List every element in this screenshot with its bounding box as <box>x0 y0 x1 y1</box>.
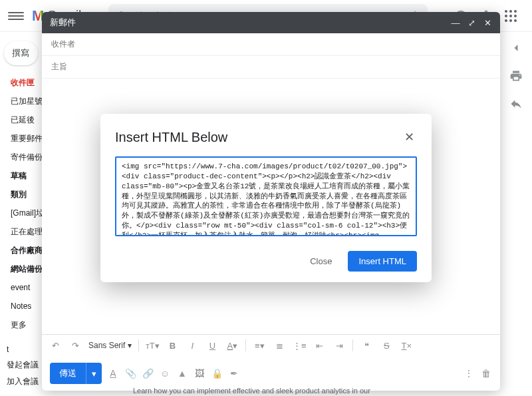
dialog-title: Insert HTML Below <box>115 130 227 145</box>
modal-backdrop: Insert HTML Below ✕ Close Insert HTML <box>0 0 532 396</box>
dialog-close-button[interactable]: ✕ <box>402 127 417 147</box>
dialog-close-text-button[interactable]: Close <box>299 251 342 272</box>
insert-html-dialog: Insert HTML Below ✕ Close Insert HTML <box>100 114 432 282</box>
insert-html-button[interactable]: Insert HTML <box>348 251 417 272</box>
html-textarea[interactable] <box>115 156 417 236</box>
